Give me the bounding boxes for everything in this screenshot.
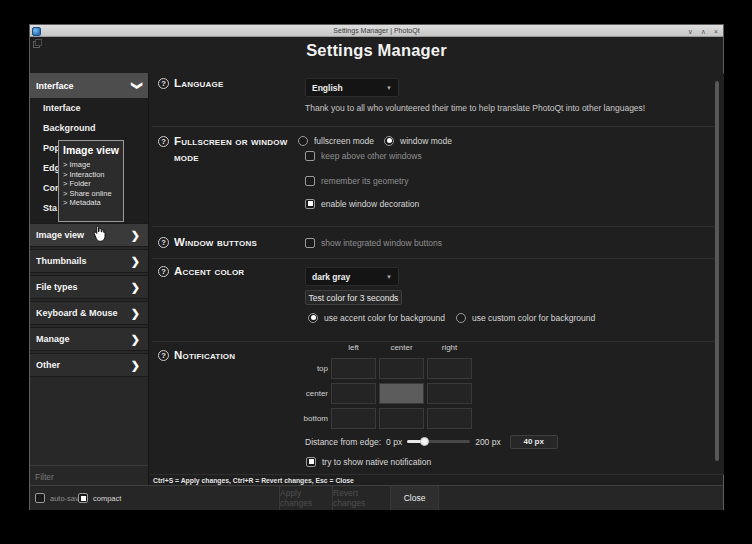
- grid-col-label-center: center: [379, 343, 424, 352]
- remember-geometry-checkbox[interactable]: [305, 176, 315, 186]
- help-icon[interactable]: ?: [158, 350, 169, 361]
- custom-background-radio[interactable]: [456, 313, 466, 323]
- notification-position-cell-center-right[interactable]: [427, 383, 472, 404]
- window-decoration-checkbox[interactable]: [305, 199, 315, 209]
- fullscreen-mode-radio[interactable]: [298, 136, 308, 146]
- sidebar-category-interface[interactable]: Interface ❯: [30, 73, 148, 98]
- sidebar-subitem-background[interactable]: Background: [30, 118, 148, 138]
- accent-background-radio[interactable]: [308, 313, 318, 323]
- auto-save-checkbox[interactable]: [35, 493, 45, 503]
- divider: [152, 126, 716, 127]
- grid-row-label-top: top: [278, 364, 328, 373]
- chevron-right-icon: ❯: [131, 256, 140, 267]
- revert-changes-button[interactable]: Revert changes: [332, 486, 390, 510]
- notification-position-cell-center-left[interactable]: [331, 383, 376, 404]
- compact-checkbox[interactable]: [78, 493, 88, 503]
- tooltip-title: Image view: [63, 144, 119, 156]
- photoqt-app-icon[interactable]: [32, 27, 41, 36]
- titlebar: Settings Manager | PhotoQt ∨ ∧ ×: [30, 25, 723, 37]
- grid-row-label-center: center: [278, 389, 328, 398]
- distance-min-label: 0 px: [386, 437, 402, 447]
- notification-position-cell-top-left[interactable]: [331, 358, 376, 379]
- section-title-language: Language: [174, 76, 296, 92]
- help-icon[interactable]: ?: [158, 266, 169, 277]
- chevron-right-icon: ❯: [131, 334, 140, 345]
- grid-col-label-right: right: [427, 343, 472, 352]
- close-button[interactable]: Close: [390, 486, 439, 510]
- language-dropdown[interactable]: English ▼: [305, 78, 399, 97]
- minimize-button[interactable]: ∨: [688, 28, 693, 35]
- chevron-right-icon: ❯: [131, 360, 140, 371]
- sidebar-subitem-interface[interactable]: Interface: [30, 98, 148, 118]
- settings-content: ? Language English ▼ Thank you to all wh…: [150, 73, 724, 474]
- language-note: Thank you to all who volunteered their t…: [305, 103, 725, 113]
- help-icon[interactable]: ?: [158, 237, 169, 248]
- shortcut-hint-row: Ctrl+S = Apply changes, Ctrl+R = Revert …: [150, 474, 724, 485]
- divider: [152, 226, 716, 227]
- page-title: Settings Manager: [30, 41, 723, 60]
- sidebar: Interface ❯ Interface Background Pop Edg…: [30, 73, 149, 485]
- divider: [152, 341, 716, 342]
- distance-label: Distance from edge:: [305, 437, 381, 447]
- divider: [152, 258, 716, 259]
- close-window-button[interactable]: ×: [714, 28, 718, 35]
- slider-handle[interactable]: [420, 437, 429, 446]
- sidebar-item-keyboard-mouse[interactable]: Keyboard & Mouse ❯: [30, 301, 148, 325]
- window-title: Settings Manager | PhotoQt: [30, 27, 723, 34]
- sidebar-item-file-types[interactable]: File types ❯: [30, 275, 148, 299]
- sidebar-item-other[interactable]: Other ❯: [30, 353, 148, 377]
- section-title-window-buttons: Window buttons: [174, 235, 304, 251]
- help-icon[interactable]: ?: [158, 136, 169, 147]
- distance-max-label: 200 px: [475, 437, 501, 447]
- chevron-down-icon: ❯: [132, 81, 143, 90]
- grid-row-label-bottom: bottom: [278, 414, 328, 423]
- filter-input[interactable]: [30, 468, 148, 487]
- sidebar-item-thumbnails[interactable]: Thumbnails ❯: [30, 249, 148, 273]
- apply-changes-button[interactable]: Apply changes: [279, 486, 332, 510]
- hand-cursor: [92, 225, 106, 243]
- dropdown-arrow-icon: ▼: [386, 274, 392, 280]
- notification-position-cell-top-center[interactable]: [379, 358, 424, 379]
- notification-position-cell-bottom-center[interactable]: [379, 408, 424, 429]
- keep-above-checkbox[interactable]: [305, 151, 315, 161]
- sidebar-item-manage[interactable]: Manage ❯: [30, 327, 148, 351]
- filter-row: [30, 465, 148, 485]
- accent-color-dropdown[interactable]: dark gray ▼: [305, 267, 399, 286]
- integrated-window-buttons-checkbox[interactable]: [305, 238, 315, 248]
- footer-bar: auto-save compact Apply changes Revert c…: [30, 485, 723, 510]
- window-mode-radio[interactable]: [384, 136, 394, 146]
- dropdown-arrow-icon: ▼: [386, 85, 392, 91]
- image-view-tooltip: Image view > Image > Interaction > Folde…: [58, 140, 124, 222]
- chevron-right-icon: ❯: [131, 282, 140, 293]
- content-scrollbar[interactable]: [715, 81, 719, 461]
- test-color-button[interactable]: Test color for 3 seconds: [305, 290, 402, 305]
- maximize-button[interactable]: ∧: [701, 28, 706, 35]
- notification-position-cell-bottom-right[interactable]: [427, 408, 472, 429]
- distance-slider[interactable]: [407, 440, 470, 443]
- chevron-right-icon: ❯: [131, 308, 140, 319]
- help-icon[interactable]: ?: [158, 78, 169, 89]
- notification-position-cell-bottom-left[interactable]: [331, 408, 376, 429]
- distance-value-field[interactable]: 40 px: [510, 435, 558, 449]
- settings-manager-window: Settings Manager | PhotoQt ∨ ∧ × Setting…: [29, 24, 724, 510]
- section-title-accent-color: Accent color: [174, 264, 304, 280]
- grid-col-label-left: left: [331, 343, 376, 352]
- shortcuts-hint: Ctrl+S = Apply changes, Ctrl+R = Revert …: [150, 477, 354, 484]
- chevron-right-icon: ❯: [131, 230, 140, 241]
- section-title-fullscreen: Fullscreen or window mode: [174, 134, 298, 165]
- notification-position-cell-top-right[interactable]: [427, 358, 472, 379]
- native-notification-checkbox[interactable]: [306, 457, 316, 467]
- sidebar-item-image-view[interactable]: Image view ❯: [30, 223, 148, 247]
- section-title-notification: Notification: [174, 348, 304, 364]
- notification-position-cell-center-center[interactable]: [379, 383, 424, 404]
